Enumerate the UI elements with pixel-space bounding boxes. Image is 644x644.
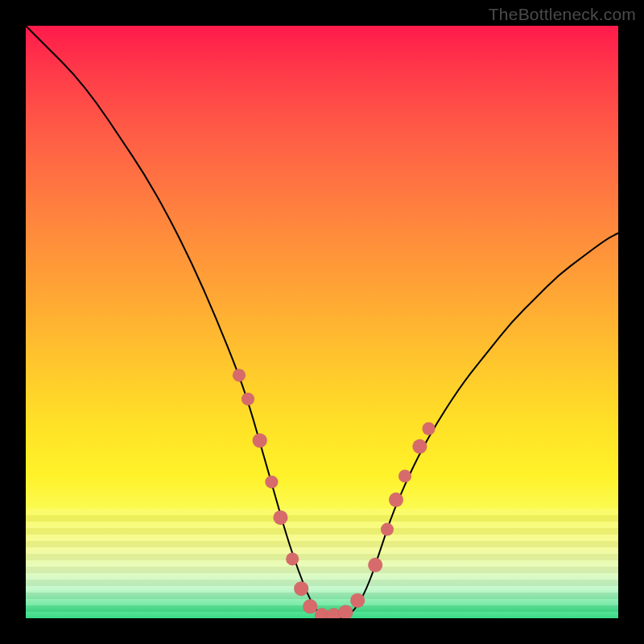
marker-dot — [286, 552, 299, 565]
marker-dot — [350, 593, 365, 608]
bottleneck-curve — [26, 26, 618, 618]
marker-dot — [389, 493, 403, 507]
marker-dot — [338, 605, 353, 618]
marker-dots — [233, 369, 436, 618]
marker-dot — [253, 433, 267, 448]
marker-dot — [242, 393, 254, 406]
marker-dot — [423, 423, 436, 436]
marker-dot — [303, 599, 317, 613]
marker-dot — [274, 510, 288, 525]
marker-dot — [315, 608, 329, 618]
marker-dot — [294, 581, 308, 596]
marker-dot — [381, 523, 394, 536]
marker-dot — [233, 369, 246, 382]
curve-layer — [26, 26, 618, 618]
marker-dot — [368, 558, 382, 572]
gradient-striations — [26, 509, 618, 618]
marker-dot — [398, 469, 411, 482]
marker-dot — [265, 476, 278, 489]
marker-dot — [412, 440, 427, 454]
watermark-text: TheBottleneck.com — [489, 5, 636, 24]
chart-stage: TheBottleneck.com — [0, 0, 644, 644]
marker-dot — [327, 608, 341, 618]
plot-area — [26, 26, 618, 618]
